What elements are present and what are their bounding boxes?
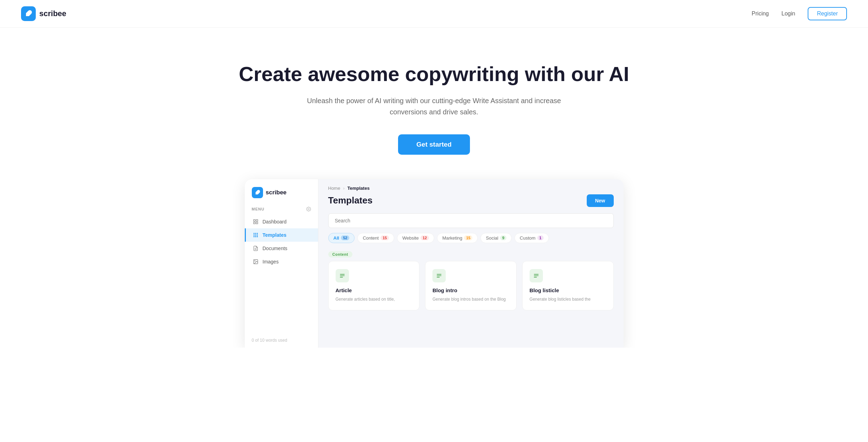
filter-tab-all[interactable]: All 52 <box>328 233 355 243</box>
filter-tab-label: Content <box>363 235 379 241</box>
page-title: Templates <box>328 195 373 206</box>
filter-tab-custom[interactable]: Custom 1 <box>514 233 549 243</box>
card-title: Article <box>336 287 412 293</box>
sidebar-menu-label: MENU <box>245 205 318 215</box>
svg-point-8 <box>254 235 254 235</box>
nav-links: Pricing Login Register <box>752 7 847 20</box>
content-section-label: Content <box>328 251 352 257</box>
sidebar-item-dashboard[interactable]: Dashboard <box>245 215 318 228</box>
svg-point-10 <box>257 235 257 235</box>
nav-login[interactable]: Login <box>781 11 795 17</box>
grid-icon <box>253 219 258 225</box>
filter-tab-social[interactable]: Social 9 <box>480 233 512 243</box>
filter-tab-content[interactable]: Content 15 <box>357 233 394 243</box>
svg-rect-2 <box>256 220 258 221</box>
svg-point-0 <box>308 208 309 210</box>
page-header: Templates New <box>318 194 624 213</box>
search-wrap <box>318 213 624 233</box>
sidebar-logo-text: scribee <box>266 189 287 196</box>
svg-rect-1 <box>254 220 255 221</box>
sidebar-logo: scribee <box>245 179 318 205</box>
blog-intro-icon <box>436 272 443 279</box>
sidebar-item-templates[interactable]: Templates <box>245 228 318 242</box>
search-input[interactable] <box>328 213 614 228</box>
sidebar-item-documents[interactable]: Documents <box>245 242 318 255</box>
filter-tab-count: 1 <box>537 235 544 240</box>
nav-register[interactable]: Register <box>808 7 847 20</box>
card-icon-blog-listicle <box>530 269 543 282</box>
breadcrumb-separator: › <box>343 186 344 191</box>
card-title: Blog listicle <box>530 287 606 293</box>
app-preview: scribee MENU Dashboard Templates Documen… <box>245 179 624 348</box>
filter-tab-marketing[interactable]: Marketing 15 <box>437 233 478 243</box>
svg-point-12 <box>255 236 256 237</box>
card-desc: Generate articles based on title, <box>336 296 412 302</box>
card-desc: Generate blog listicles based the <box>530 296 606 302</box>
svg-point-13 <box>257 236 257 237</box>
main-content: Home › Templates Templates New All 52 <box>318 179 624 348</box>
filter-tab-label: Marketing <box>442 235 462 241</box>
document-icon <box>253 246 258 251</box>
sidebar-footer: 0 of 10 words used <box>245 332 318 348</box>
nav-pricing[interactable]: Pricing <box>752 11 769 17</box>
breadcrumb: Home › Templates <box>318 179 624 194</box>
svg-point-9 <box>255 235 256 235</box>
breadcrumb-home[interactable]: Home <box>328 186 341 191</box>
template-card-article[interactable]: Article Generate articles based on title… <box>328 261 420 310</box>
nav-logo-text: scribee <box>39 9 66 18</box>
hero-subtitle: Unleash the power of AI writing with our… <box>297 95 571 118</box>
filter-tab-label: Custom <box>520 235 536 241</box>
card-icon-blog-intro <box>432 269 446 282</box>
svg-rect-3 <box>254 222 255 224</box>
svg-rect-4 <box>256 222 258 224</box>
filter-tab-count: 9 <box>500 235 506 240</box>
svg-rect-22 <box>437 275 442 276</box>
logo-icon <box>21 6 36 21</box>
hero-title: Create awesome copywriting with our AI <box>14 63 854 85</box>
filter-tab-count: 52 <box>341 235 349 240</box>
filter-tab-label: All <box>334 235 339 241</box>
svg-point-5 <box>254 233 254 234</box>
filter-tabs: All 52 Content 15 Website 12 Marketing 1… <box>318 233 624 249</box>
get-started-button[interactable]: Get started <box>398 134 470 155</box>
blog-listicle-icon <box>533 272 540 279</box>
svg-rect-25 <box>534 275 538 276</box>
svg-point-7 <box>257 233 257 234</box>
svg-rect-18 <box>340 274 344 275</box>
filter-tab-count: 12 <box>420 235 429 240</box>
svg-rect-20 <box>340 277 343 277</box>
svg-point-11 <box>254 236 254 237</box>
sidebar: scribee MENU Dashboard Templates Documen… <box>245 179 318 348</box>
sidebar-item-label: Templates <box>263 232 287 238</box>
gear-icon[interactable] <box>306 207 311 212</box>
svg-point-17 <box>254 260 255 261</box>
filter-tab-label: Social <box>486 235 498 241</box>
filter-tab-label: Website <box>402 235 419 241</box>
content-section-label-row: Content <box>318 249 624 261</box>
sidebar-item-label: Documents <box>263 246 288 251</box>
card-title: Blog intro <box>432 287 509 293</box>
sidebar-item-label: Dashboard <box>263 219 287 225</box>
svg-point-6 <box>255 233 256 234</box>
template-cards: Article Generate articles based on title… <box>318 261 624 310</box>
filter-tab-count: 15 <box>464 235 472 240</box>
new-button[interactable]: New <box>587 194 614 207</box>
filter-tab-website[interactable]: Website 12 <box>397 233 434 243</box>
sidebar-logo-icon <box>252 187 263 198</box>
nav-logo[interactable]: scribee <box>21 6 66 21</box>
template-card-blog-intro[interactable]: Blog intro Generate blog intros based on… <box>425 261 517 310</box>
template-card-blog-listicle[interactable]: Blog listicle Generate blog listicles ba… <box>522 261 614 310</box>
sidebar-item-images[interactable]: Images <box>245 255 318 268</box>
article-icon <box>339 272 346 279</box>
svg-rect-23 <box>437 277 440 277</box>
card-icon-article <box>336 269 349 282</box>
image-icon <box>253 259 258 264</box>
sidebar-item-label: Images <box>263 259 279 264</box>
navbar: scribee Pricing Login Register <box>0 0 868 28</box>
svg-rect-26 <box>534 277 537 277</box>
card-desc: Generate blog intros based on the Blog <box>432 296 509 302</box>
breadcrumb-current: Templates <box>348 186 370 191</box>
svg-rect-21 <box>437 274 442 275</box>
filter-tab-count: 15 <box>381 235 389 240</box>
feather-icon <box>24 9 33 18</box>
